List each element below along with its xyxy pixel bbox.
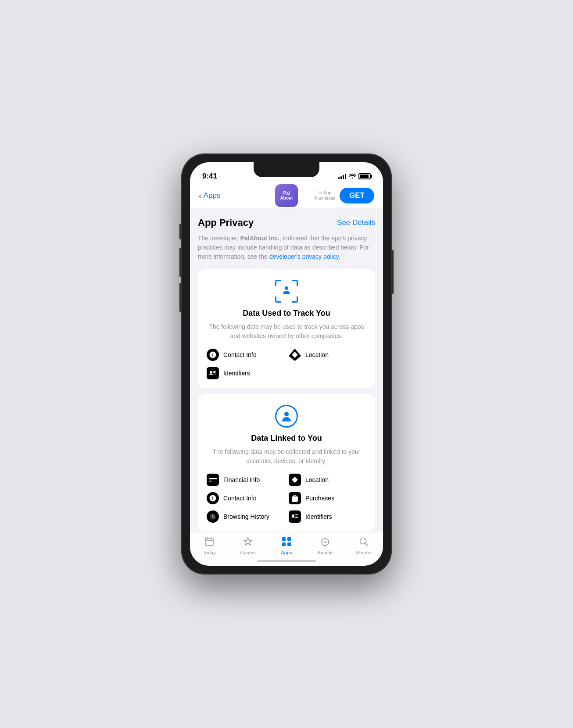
contact-info-label: Contact Info bbox=[223, 351, 257, 358]
tab-games[interactable]: Games bbox=[235, 537, 261, 555]
list-item: Browsing History bbox=[207, 510, 284, 523]
tab-today[interactable]: Today bbox=[196, 537, 222, 555]
location2-label: Location bbox=[305, 476, 329, 483]
power-button[interactable] bbox=[392, 250, 394, 294]
app-icon-text-2: About bbox=[280, 196, 293, 200]
tracking-card-title: Data Used to Track You bbox=[207, 309, 366, 318]
svg-point-4 bbox=[210, 371, 212, 374]
contact-info-icon: i bbox=[207, 349, 219, 361]
svg-rect-19 bbox=[291, 517, 295, 518]
identifiers2-label: Identifiers bbox=[305, 513, 332, 520]
tracking-icon-wrapper bbox=[207, 280, 366, 303]
volume-up-button[interactable] bbox=[179, 248, 181, 277]
nav-bar: ‹ Apps Pal About In-AppPurchases GET bbox=[190, 184, 383, 208]
svg-point-9 bbox=[284, 412, 289, 416]
svg-rect-5 bbox=[209, 374, 213, 375]
linked-data-grid: Financial Info Location bbox=[207, 474, 366, 523]
financial-info-icon bbox=[207, 474, 219, 486]
linked-icon-wrapper bbox=[207, 405, 366, 428]
svg-point-35 bbox=[360, 538, 366, 544]
phone-frame: 9:41 bbox=[181, 153, 392, 575]
app-icon-text-1: Pal bbox=[283, 191, 290, 196]
browsing-history-label: Browsing History bbox=[223, 513, 269, 520]
svg-rect-30 bbox=[287, 542, 291, 546]
location-label: Location bbox=[305, 351, 329, 358]
home-indicator bbox=[257, 560, 316, 562]
svg-rect-8 bbox=[213, 374, 216, 375]
tab-search[interactable]: Search bbox=[351, 537, 377, 555]
location-icon bbox=[289, 349, 301, 361]
privacy-description: The developer, PalAbout Inc., indicated … bbox=[198, 234, 375, 261]
tracking-person-icon bbox=[281, 285, 292, 297]
back-button[interactable]: ‹ Apps bbox=[199, 191, 220, 200]
apps-tab-label: Apps bbox=[281, 550, 292, 555]
status-icons bbox=[338, 173, 371, 180]
tab-apps[interactable]: Apps bbox=[273, 537, 300, 555]
identifiers2-icon bbox=[289, 510, 301, 523]
today-icon bbox=[204, 537, 214, 548]
phone-screen: 9:41 bbox=[190, 162, 383, 566]
list-item: Identifiers bbox=[207, 367, 284, 379]
nav-right: In-AppPurchases GET bbox=[315, 188, 374, 203]
purchases-icon bbox=[289, 492, 301, 504]
tracking-card-description: The following data may be used to track … bbox=[207, 322, 366, 341]
list-item: Location bbox=[289, 474, 366, 486]
tracking-card: Data Used to Track You The following dat… bbox=[198, 269, 375, 388]
svg-text:i: i bbox=[212, 496, 213, 501]
list-item: Identifiers bbox=[289, 510, 366, 523]
tracking-data-grid: i Contact Info Location bbox=[207, 349, 366, 379]
mute-button[interactable] bbox=[179, 224, 181, 239]
notch bbox=[254, 162, 319, 177]
svg-text:i: i bbox=[212, 352, 213, 357]
contact-info2-label: Contact Info bbox=[223, 495, 257, 502]
svg-rect-21 bbox=[295, 516, 297, 517]
svg-rect-29 bbox=[282, 542, 286, 546]
volume-down-button[interactable] bbox=[179, 283, 181, 312]
svg-rect-22 bbox=[295, 517, 298, 518]
svg-point-0 bbox=[285, 286, 288, 290]
location2-icon bbox=[289, 474, 301, 486]
svg-rect-11 bbox=[209, 478, 217, 479]
privacy-policy-link[interactable]: developer's privacy policy bbox=[269, 253, 339, 260]
back-chevron-icon: ‹ bbox=[199, 191, 202, 200]
status-time: 9:41 bbox=[202, 172, 217, 181]
today-tab-label: Today bbox=[203, 550, 215, 555]
svg-rect-12 bbox=[209, 481, 211, 482]
list-item: Purchases bbox=[289, 492, 366, 504]
linked-card: Data Linked to You The following data ma… bbox=[198, 394, 375, 532]
list-item: i Contact Info bbox=[207, 349, 284, 361]
svg-rect-23 bbox=[205, 538, 213, 546]
svg-marker-3 bbox=[292, 352, 298, 358]
signal-icon bbox=[338, 174, 346, 179]
back-label: Apps bbox=[204, 191, 221, 200]
search-icon bbox=[359, 537, 369, 548]
contact-info2-icon: i bbox=[207, 492, 219, 504]
svg-rect-28 bbox=[287, 537, 291, 541]
tab-arcade[interactable]: Arcade bbox=[312, 537, 338, 555]
see-details-button[interactable]: See Details bbox=[337, 218, 375, 227]
list-item: Financial Info bbox=[207, 474, 284, 486]
svg-rect-16 bbox=[292, 496, 298, 502]
arcade-tab-label: Arcade bbox=[318, 550, 333, 555]
svg-line-36 bbox=[365, 543, 368, 546]
games-tab-label: Games bbox=[240, 550, 255, 555]
games-icon bbox=[243, 537, 253, 548]
main-content: App Privacy See Details The developer, P… bbox=[190, 208, 383, 532]
svg-marker-13 bbox=[292, 477, 298, 483]
identifiers-icon bbox=[207, 367, 219, 379]
apps-icon bbox=[282, 537, 291, 548]
battery-icon bbox=[358, 173, 371, 179]
app-icon: Pal About bbox=[275, 184, 298, 207]
svg-point-18 bbox=[292, 514, 294, 517]
iap-label: In-AppPurchases bbox=[315, 190, 335, 201]
svg-rect-20 bbox=[295, 514, 298, 515]
svg-rect-7 bbox=[213, 372, 215, 373]
linked-card-description: The following data may be collected and … bbox=[207, 447, 366, 466]
list-item: i Contact Info bbox=[207, 492, 284, 504]
purchases-label: Purchases bbox=[305, 495, 334, 502]
identifiers-label: Identifiers bbox=[223, 370, 250, 377]
search-tab-label: Search bbox=[356, 550, 372, 555]
privacy-header: App Privacy See Details bbox=[198, 217, 375, 228]
svg-rect-6 bbox=[213, 371, 216, 372]
get-button[interactable]: GET bbox=[340, 188, 374, 203]
